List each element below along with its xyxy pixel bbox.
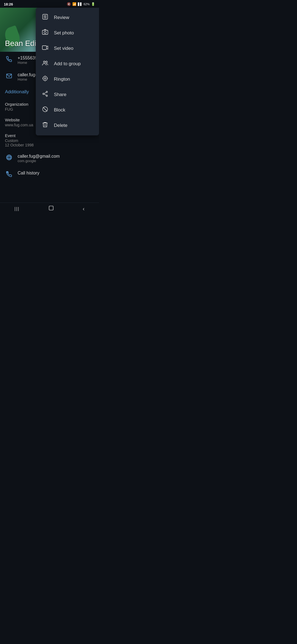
- dropdown-menu[interactable]: Review Set photo Set video: [36, 8, 99, 135]
- event-type: Custom: [5, 138, 94, 143]
- svg-point-16: [7, 156, 12, 158]
- share-icon: [41, 91, 49, 99]
- svg-point-11: [46, 95, 48, 97]
- menu-item-set-photo[interactable]: Set photo: [36, 25, 99, 41]
- svg-point-1: [44, 16, 45, 16]
- signal-icon: ▋▋: [78, 2, 82, 6]
- menu-label-set-photo: Set photo: [54, 30, 74, 36]
- call-history-icon: [5, 171, 13, 179]
- menu-label-ringtone: Rington: [54, 77, 70, 82]
- account-icon: [5, 154, 13, 162]
- block-icon: [41, 106, 49, 114]
- account-email: caller.fug@gmail.com: [18, 154, 60, 159]
- recent-apps-button[interactable]: |||: [9, 204, 25, 214]
- delete-icon: [41, 121, 49, 130]
- account-provider: com.google: [18, 159, 60, 163]
- svg-point-17: [7, 155, 12, 160]
- menu-item-delete[interactable]: Delete: [36, 118, 99, 133]
- menu-label-add-to-group: Add to group: [54, 61, 81, 67]
- battery-label: 62%: [84, 2, 90, 6]
- email-icon: [5, 73, 13, 80]
- set-video-icon: [41, 44, 49, 53]
- svg-point-5: [43, 61, 45, 63]
- back-button[interactable]: ‹: [77, 203, 90, 214]
- menu-item-share[interactable]: Share: [36, 87, 99, 102]
- menu-item-set-video[interactable]: Set video: [36, 41, 99, 56]
- svg-point-7: [43, 76, 47, 81]
- menu-label-share: Share: [54, 92, 66, 97]
- menu-label-delete: Delete: [54, 123, 67, 128]
- svg-rect-19: [49, 206, 53, 210]
- event-date: 12 October 1998: [5, 143, 94, 147]
- add-to-group-icon: [41, 60, 49, 68]
- menu-label-set-video: Set video: [54, 46, 73, 51]
- battery-icon: 🔋: [91, 2, 95, 6]
- svg-rect-4: [42, 46, 46, 50]
- menu-item-ringtone[interactable]: Rington: [36, 72, 99, 87]
- svg-point-15: [8, 155, 10, 160]
- phone-icon: [5, 56, 13, 64]
- home-button[interactable]: [43, 203, 59, 214]
- call-history-label: Call history: [18, 171, 39, 176]
- menu-item-add-to-group[interactable]: Add to group: [36, 56, 99, 72]
- menu-label-block: Block: [54, 107, 65, 113]
- set-photo-icon: [41, 29, 49, 37]
- menu-item-block[interactable]: Block: [36, 102, 99, 118]
- svg-point-6: [46, 61, 47, 63]
- svg-line-13: [43, 107, 47, 111]
- call-history-content: Call history: [18, 171, 39, 176]
- menu-label-review: Review: [54, 15, 69, 20]
- svg-point-3: [44, 31, 46, 34]
- status-icons: 🔇 📶 ▋▋ 62% 🔋: [67, 2, 95, 6]
- status-bar: 18:26 🔇 📶 ▋▋ 62% 🔋: [0, 0, 99, 8]
- svg-point-9: [46, 91, 48, 93]
- svg-point-10: [43, 93, 44, 95]
- account-row: caller.fug@gmail.com com.google: [0, 150, 99, 167]
- account-content: caller.fug@gmail.com com.google: [18, 154, 60, 163]
- svg-point-8: [44, 78, 46, 79]
- review-icon: [41, 13, 49, 22]
- bottom-nav: ||| ‹: [0, 203, 99, 215]
- call-history-row[interactable]: Call history: [0, 167, 99, 182]
- mute-icon: 🔇: [67, 2, 71, 6]
- status-time: 18:26: [4, 2, 13, 6]
- menu-item-review[interactable]: Review: [36, 10, 99, 25]
- ringtone-icon: [41, 75, 49, 83]
- wifi-icon: 📶: [72, 2, 76, 6]
